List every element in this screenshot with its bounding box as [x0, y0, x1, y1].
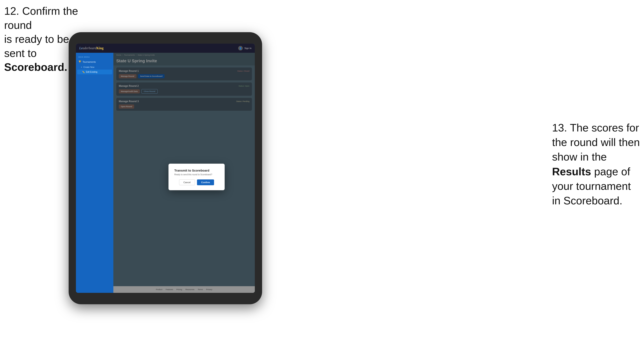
sidebar-section-label: MAIN MENU [76, 54, 113, 59]
cancel-button[interactable]: Cancel [179, 179, 195, 185]
top-navbar: LeaderboardKing 👤 Sign In [76, 44, 255, 53]
confirm-button[interactable]: Confirm [197, 179, 214, 185]
main-layout: MAIN MENU 🏆 Tournaments + Create New ✏️ … [76, 53, 255, 293]
edit-icon: ✏️ [82, 71, 85, 73]
main-content: Home > Tournaments > State U Spring Invi… [113, 53, 255, 293]
sidebar-item-tournaments[interactable]: 🏆 Tournaments [76, 59, 113, 65]
annotation-right: 13. The scores forthe round will thensho… [552, 121, 640, 208]
annotation-bold: Scoreboard. [4, 61, 67, 73]
sidebar-item-edit-existing[interactable]: ✏️ Edit Existing [77, 70, 112, 74]
logo: LeaderboardKing [79, 46, 104, 50]
trophy-icon: 🏆 [78, 60, 81, 63]
avatar-icon: 👤 [238, 46, 243, 50]
annotation-right-text: 13. The scores forthe round will thensho… [552, 122, 640, 207]
annotation-line1: 12. Confirm the round [4, 5, 78, 31]
tablet-screen: LeaderboardKing 👤 Sign In MAIN MENU 🏆 To… [76, 44, 255, 293]
modal-title: Transmit to Scoreboard [174, 169, 219, 172]
edit-existing-label: Edit Existing [86, 71, 97, 73]
modal-overlay: Transmit to Scoreboard Ready to send thi… [113, 53, 255, 293]
annotation-line2: is ready to be sent to [4, 33, 69, 59]
sign-in-label[interactable]: Sign In [244, 47, 252, 49]
modal-buttons: Cancel Confirm [174, 179, 219, 185]
tablet-device: LeaderboardKing 👤 Sign In MAIN MENU 🏆 To… [69, 32, 262, 304]
create-new-label: Create New [84, 66, 94, 68]
nav-right: 👤 Sign In [238, 46, 252, 50]
transmit-modal: Transmit to Scoreboard Ready to send thi… [168, 164, 225, 190]
modal-subtitle: Ready to send this round to Scoreboard? [174, 173, 219, 176]
sidebar: MAIN MENU 🏆 Tournaments + Create New ✏️ … [76, 53, 113, 293]
plus-icon: + [81, 66, 82, 68]
tournaments-label: Tournaments [82, 61, 96, 63]
sidebar-item-create-new[interactable]: + Create New [76, 65, 113, 70]
